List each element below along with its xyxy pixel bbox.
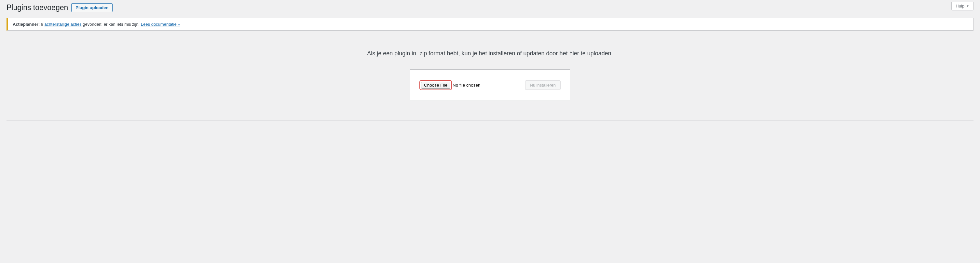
upload-instructions: Als je een plugin in .zip format hebt, k… [6, 50, 974, 57]
notice-link-docs[interactable]: Lees documentatie » [141, 22, 180, 27]
admin-notice: Actieplanner: 9 achterstallige acties ge… [6, 18, 974, 30]
page-title: Plugins toevoegen [6, 3, 68, 12]
notice-prefix: Actieplanner: [13, 22, 40, 27]
help-label: Hulp [956, 3, 964, 8]
help-tab[interactable]: Hulp ▼ [951, 2, 974, 10]
chevron-down-icon: ▼ [966, 4, 969, 8]
upload-form: Choose File No file chosen Nu installere… [410, 69, 570, 101]
footer-divider [6, 120, 974, 121]
upload-plugin-button[interactable]: Plugin uploaden [71, 3, 113, 12]
install-now-button[interactable]: Nu installeren [525, 80, 561, 90]
file-status-text: No file chosen [453, 83, 480, 88]
highlight-annotation: Choose File [419, 80, 452, 90]
notice-count: 9 [41, 22, 43, 27]
choose-file-button[interactable]: Choose File [421, 82, 450, 89]
notice-link-overdue[interactable]: achterstallige acties [45, 22, 82, 27]
notice-middle: gevonden; er kan iets mis zijn. [83, 22, 140, 27]
